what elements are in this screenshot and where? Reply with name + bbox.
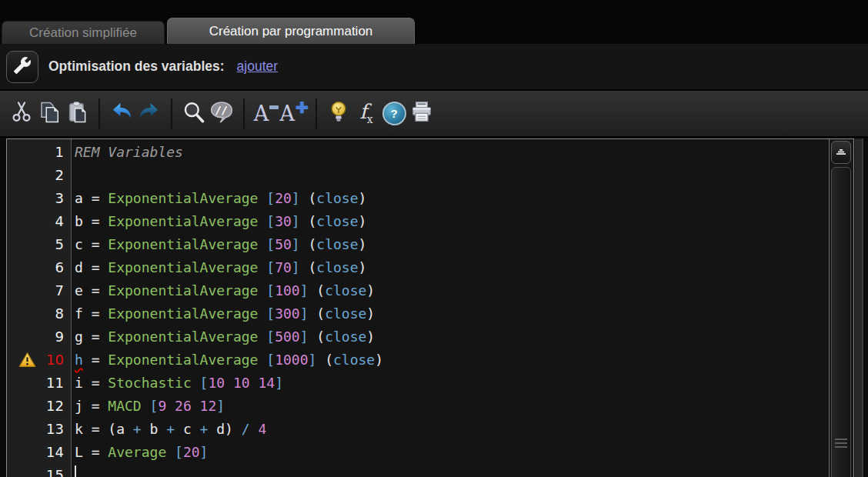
increase-font-icon: A✚ [279,103,308,124]
line-number: 7 [7,279,71,302]
scrollbar-thumb[interactable] [831,167,851,477]
editor-toolbar: // A A✚ fx ? [0,89,868,138]
code-line[interactable]: c = ExponentialAverage [50] (close) [75,233,829,256]
scrollbar-grip-icon [835,439,847,450]
code-line[interactable]: f = ExponentialAverage [300] (close) [75,302,829,325]
gutter: 123456789 101112131415 [7,139,72,477]
code-line[interactable]: k = (a + b + c + d) / 4 [75,418,829,441]
paste-icon [65,100,88,128]
code-editor-panel: 123456789 101112131415 REM Variablesa = … [6,138,854,477]
code-line[interactable]: h = ExponentialAverage [1000] (close) [75,349,829,372]
line-number: 1 [7,141,71,164]
scroll-up-button[interactable] [831,141,851,164]
variable-optimization-button[interactable] [6,51,38,83]
line-number: 2 [7,164,71,187]
code-line[interactable]: e = ExponentialAverage [100] (close) [75,279,829,302]
toolbar-separator [98,98,100,129]
line-number: 5 [7,233,71,256]
line-number: 13 [7,418,71,441]
help-icon: ? [382,102,406,125]
undo-icon [109,100,134,128]
tab-strip: Création simplifiée Création par program… [0,0,868,44]
undo-button[interactable] [108,98,135,129]
text-caret [75,465,76,477]
code-line[interactable]: b = ExponentialAverage [30] (close) [75,210,829,233]
code-line[interactable]: REM Variables [75,141,829,164]
line-number: 3 [7,187,71,210]
line-number: 10 [7,349,71,372]
tab-label: Création simplifiée [29,25,137,41]
optimization-bar: Optimisation des variables: ajouter [0,44,868,89]
code-line[interactable]: j = MACD [9 26 12] [75,395,829,418]
search-icon [182,99,206,128]
code-line[interactable]: i = Stochastic [10 10 14] [75,372,829,395]
redo-button[interactable] [136,98,162,129]
optimization-title: Optimisation des variables: [48,58,225,75]
code-line[interactable] [75,164,829,187]
hint-button[interactable] [326,98,352,129]
copy-button[interactable] [36,98,62,129]
increase-font-button[interactable]: A✚ [281,98,307,129]
tab-creation-simplifiee[interactable]: Création simplifiée [2,21,165,44]
line-number: 12 [7,395,71,418]
toggle-comment-icon: // [209,99,234,128]
toolbar-separator [243,98,245,129]
line-number: 14 [7,441,71,464]
search-button[interactable] [181,98,207,129]
line-number: 6 [7,256,71,279]
decrease-font-icon: A [254,103,279,124]
insert-function-button[interactable]: fx [353,98,379,129]
cut-button[interactable] [8,98,35,129]
code-line[interactable]: L = Average [20] [75,441,829,464]
toggle-comment-button[interactable]: // [209,98,235,129]
paste-button[interactable] [64,98,90,129]
toolbar-separator [315,98,317,129]
decrease-font-button[interactable]: A [253,98,279,129]
line-number: 9 [7,325,71,349]
line-number: 4 [7,210,71,233]
code-line[interactable]: d = ExponentialAverage [70] (close) [75,256,829,279]
print-button[interactable] [409,98,435,129]
cut-icon [10,100,33,128]
toolbar-separator [171,98,172,129]
wrench-icon [13,56,32,78]
code-area[interactable]: REM Variablesa = ExponentialAverage [20]… [72,139,829,477]
copy-icon [38,100,61,128]
hint-lightbulb-icon [328,99,349,128]
tab-creation-par-programmation[interactable]: Création par programmation [167,18,415,44]
line-number: 8 [7,302,71,325]
vertical-scrollbar [829,139,853,477]
code-line[interactable]: a = ExponentialAverage [20] (close) [75,187,829,210]
code-line[interactable]: g = ExponentialAverage [500] (close) [75,325,829,349]
line-number: 11 [7,372,71,395]
help-button[interactable]: ? [381,98,407,129]
redo-icon [137,100,162,128]
scroll-up-icon [836,145,846,159]
svg-text://: // [215,105,228,116]
panel-right-edge [855,138,863,477]
insert-function-icon: fx [359,102,373,125]
add-variable-link[interactable]: ajouter [237,58,279,75]
line-number: 15 [7,464,71,477]
tab-label: Création par programmation [209,24,373,39]
code-line[interactable] [75,464,829,477]
print-icon [409,100,434,128]
